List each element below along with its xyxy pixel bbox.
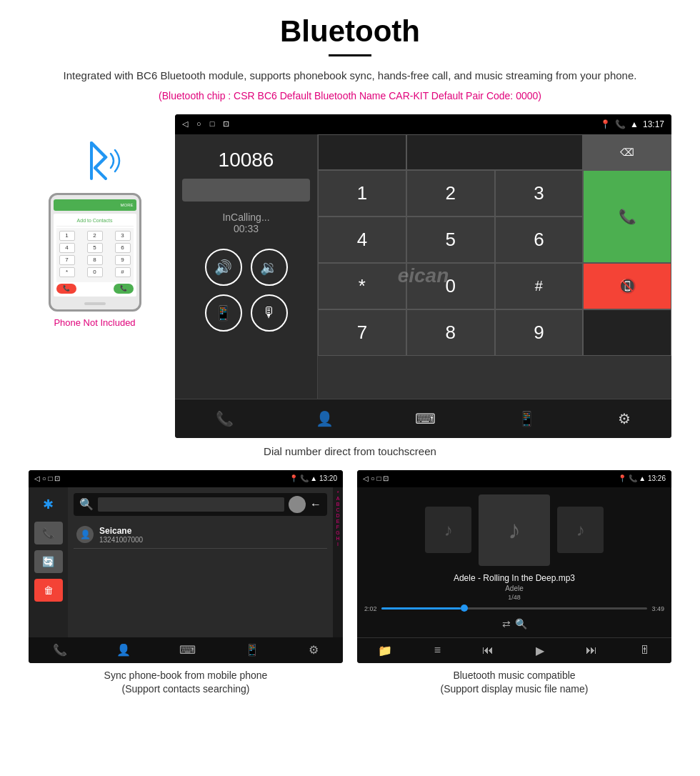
pb-bottom-settings[interactable]: ⚙ (309, 643, 319, 657)
mu-bottom-folder[interactable]: 📁 (378, 644, 392, 657)
numpad-8[interactable]: 8 (406, 309, 495, 356)
numpad-4[interactable]: 4 (318, 217, 406, 263)
pb-bluetooth-icon: ✱ (34, 493, 63, 516)
bottom-screens-row: ◁ ○ □ ⊡ 📍 📞 ▲ 13:20 ✱ 📞 🔄 🗑 (29, 470, 671, 697)
mu-bottom-list[interactable]: ≡ (434, 644, 441, 657)
phonebook-section: ◁ ○ □ ⊡ 📍 📞 ▲ 13:20 ✱ 📞 🔄 🗑 (29, 470, 343, 697)
pb-index-g[interactable]: G (334, 530, 341, 535)
numpad-3[interactable]: 3 (495, 170, 584, 217)
statusbar-info: 📍 📞 ▲ 13:17 (600, 119, 664, 129)
mu-search-icon[interactable]: 🔍 (515, 618, 527, 630)
pb-index-a[interactable]: A (334, 496, 341, 501)
mu-bottom-eq[interactable]: 🎚 (639, 644, 651, 657)
music-section: ◁ ○ □ ⊡ 📍 📞 ▲ 13:26 ♪ ♪ (357, 470, 671, 697)
pb-index-d[interactable]: D (334, 513, 341, 518)
pb-back-arrow: ← (310, 498, 321, 511)
numpad-0[interactable]: 0 (406, 263, 495, 309)
pb-search-icon: 🔍 (79, 497, 94, 511)
pb-index-star[interactable]: * (334, 490, 341, 495)
car-bottom-dialpad-icon[interactable]: ⌨ (415, 410, 436, 427)
pb-bottom-transfer[interactable]: 📱 (245, 643, 259, 657)
transfer-button[interactable]: 📱 (205, 294, 242, 332)
numpad-1[interactable]: 1 (318, 170, 406, 217)
car-dialer-body: 10086 InCalling... 00:33 🔊 🔉 📱 🎙 (175, 134, 671, 399)
numpad-5[interactable]: 5 (406, 217, 495, 263)
header-description: Integrated with BC6 Bluetooth module, su… (29, 68, 671, 84)
numpad-call[interactable]: 📞 (583, 170, 671, 263)
mu-statusbar: ◁ ○ □ ⊡ 📍 📞 ▲ 13:26 (357, 470, 671, 487)
pb-contact-item[interactable]: 👤 Seicane 13241007000 (74, 522, 327, 549)
dialer-left-panel: 10086 InCalling... 00:33 🔊 🔉 📱 🎙 (175, 134, 318, 399)
phone-side: MORE Add to Contacts 123 456 789 (29, 114, 161, 328)
mu-nav-icons: ◁ ○ □ ⊡ (363, 474, 389, 482)
music-note-main-icon: ♪ (508, 515, 521, 545)
numpad-backspace[interactable]: ⌫ (583, 134, 671, 170)
numpad-2[interactable]: 2 (406, 170, 495, 217)
pb-time: 13:20 (319, 474, 337, 482)
title-divider (329, 54, 371, 56)
car-dialer-screen: ◁ ○ □ ⊡ 📍 📞 ▲ 13:17 (175, 114, 671, 438)
pb-index-b[interactable]: B (334, 502, 341, 507)
mu-album-art-main: ♪ (479, 494, 550, 566)
numpad-star[interactable]: * (318, 263, 406, 309)
pb-index-e[interactable]: E (334, 519, 341, 524)
mu-progress-bar[interactable] (381, 607, 648, 610)
page-title: Bluetooth (29, 14, 671, 49)
mu-actions: ⇄ 🔍 (502, 618, 527, 630)
wifi-icon: ▲ (630, 119, 639, 129)
numpad-display (318, 134, 406, 170)
header-specs: (Bluetooth chip : CSR BC6 Default Blueto… (29, 90, 671, 101)
pb-contact-name: Seicane (99, 526, 143, 536)
mu-body: ♪ ♪ ♪ Adele - Rolling In the Deep.mp3 Ad… (357, 487, 671, 637)
pb-call-btn[interactable]: 📞 (34, 522, 63, 544)
phonebook-caption: Sync phone-book from mobile phone (Suppo… (29, 669, 343, 697)
numpad-7[interactable]: 7 (318, 309, 406, 356)
pb-bottom-contact[interactable]: 👤 (116, 643, 131, 657)
pb-index-h[interactable]: H (334, 536, 341, 541)
mu-shuffle-icon[interactable]: ⇄ (502, 618, 511, 630)
music-note-right-icon: ♪ (576, 520, 585, 540)
car-bottom-contact-icon[interactable]: 👤 (316, 410, 334, 427)
pb-index-i[interactable]: I (334, 542, 341, 547)
pb-contact-number: 13241007000 (99, 536, 143, 544)
mu-time-total: 3:49 (651, 605, 664, 612)
mu-bottombar: 📁 ≡ ⏮ ▶ ⏭ 🎚 (357, 637, 671, 663)
mu-bottom-prev[interactable]: ⏮ (482, 644, 494, 657)
pb-index-f[interactable]: F (334, 524, 341, 529)
music-note-left-icon: ♪ (444, 520, 453, 540)
mute-button[interactable]: 🎙 (251, 294, 288, 332)
mu-bottom-play[interactable]: ▶ (536, 644, 544, 657)
numpad-6[interactable]: 6 (495, 217, 584, 263)
volume-up-button[interactable]: 🔊 (205, 249, 242, 286)
pb-search-bar[interactable]: 🔍 ← (74, 493, 327, 516)
pb-sync-btn[interactable]: 🔄 (34, 550, 63, 573)
numpad-empty (583, 309, 671, 356)
mu-song-title: Adele - Rolling In the Deep.mp3 (454, 573, 575, 583)
phone-call-row: 📞 📞 (56, 284, 134, 294)
mu-album-art-left: ♪ (425, 507, 471, 553)
back-icon: ◁ (182, 119, 188, 129)
pb-index-c[interactable]: C (334, 507, 341, 512)
dial-caption: Dial number direct from touchscreen (29, 445, 671, 457)
dialer-controls: 🔊 🔉 📱 🎙 (205, 249, 288, 332)
pb-body: ✱ 📞 🔄 🗑 🔍 ← 👤 (29, 487, 343, 637)
phone-mockup: MORE Add to Contacts 123 456 789 (49, 193, 141, 312)
pb-delete-btn[interactable]: 🗑 (34, 579, 63, 602)
numpad-hash[interactable]: # (495, 263, 584, 309)
car-bottom-transfer-icon[interactable]: 📱 (518, 410, 536, 427)
numpad-9[interactable]: 9 (495, 309, 584, 356)
car-bottom-call-icon[interactable]: 📞 (216, 410, 234, 427)
car-bottombar: 📞 👤 ⌨ 📱 ⚙ (175, 399, 671, 438)
screenshot-icon: ⊡ (223, 119, 229, 129)
mu-time: 13:26 (648, 474, 666, 482)
pb-bottom-call[interactable]: 📞 (53, 643, 67, 657)
mu-album-art-right: ♪ (557, 507, 604, 553)
numpad-endcall[interactable]: 📵 (583, 263, 671, 309)
call-icon: 📞 (615, 119, 626, 129)
mu-bottom-next[interactable]: ⏭ (586, 644, 597, 657)
pb-sidebar: ✱ 📞 🔄 🗑 (29, 487, 68, 637)
volume-down-button[interactable]: 🔉 (251, 249, 288, 286)
pb-bottom-dialpad[interactable]: ⌨ (179, 643, 196, 657)
car-bottom-settings-icon[interactable]: ⚙ (618, 410, 631, 427)
pb-content: 🔍 ← 👤 Seicane 13241007000 (68, 487, 333, 637)
